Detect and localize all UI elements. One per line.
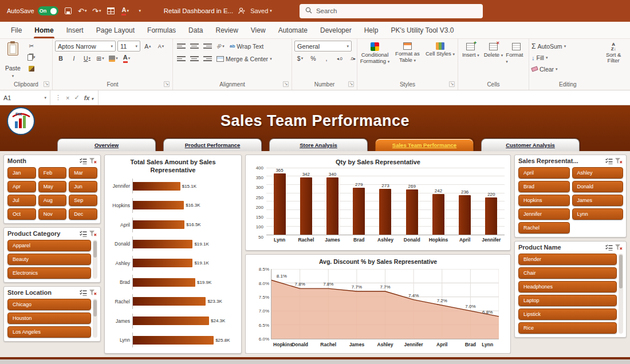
underline-button[interactable]: U▾: [81, 53, 93, 64]
increase-decimal-button[interactable]: ◂.0: [334, 53, 345, 64]
slicer-item-rice[interactable]: Rice: [518, 322, 617, 334]
align-left-button[interactable]: [175, 54, 187, 64]
cancel-icon[interactable]: ×: [66, 94, 69, 101]
share-person-icon[interactable]: [237, 5, 246, 17]
orientation-button[interactable]: ab▾: [215, 41, 226, 52]
multiselect-icon[interactable]: [80, 158, 87, 164]
multiselect-icon[interactable]: [80, 290, 87, 296]
align-bottom-button[interactable]: [202, 41, 213, 52]
copy-button[interactable]: ▾: [26, 52, 37, 62]
slicer-item-sep[interactable]: Sep: [69, 195, 97, 206]
slicer-item-laptop[interactable]: Laptop: [518, 295, 617, 306]
slicer-item-rachel[interactable]: Rachel: [518, 222, 570, 234]
slicer-scrollbar[interactable]: [619, 254, 623, 334]
insert-cells-button[interactable]: + Insert ▾: [460, 41, 481, 80]
saved-status[interactable]: Saved▾: [250, 7, 272, 14]
paste-button[interactable]: Paste▾: [2, 41, 23, 80]
dashboard-tab-store-analysis[interactable]: Store Analysis: [269, 139, 368, 151]
font-name-select[interactable]: Aptos Narrow▾: [55, 41, 116, 52]
slicer-item-jul[interactable]: Jul: [7, 195, 36, 206]
customize-toolbar-icon[interactable]: ▾: [135, 5, 144, 17]
align-center-button[interactable]: [188, 54, 200, 64]
styles-dialog-launcher[interactable]: ↘: [449, 81, 455, 87]
decrease-font-button[interactable]: A▾: [155, 41, 167, 52]
number-dialog-launcher[interactable]: ↘: [348, 81, 354, 87]
menu-item-review[interactable]: Review: [209, 22, 244, 38]
comma-style-button[interactable]: ,: [321, 53, 332, 64]
dashboard-tab-product-performance[interactable]: Product Performance: [163, 139, 262, 151]
slicer-item-beauty[interactable]: Beauty: [7, 254, 91, 265]
slicer-item-ashley[interactable]: Ashley: [572, 167, 624, 179]
clear-filter-icon[interactable]: [89, 290, 97, 296]
cell-styles-button[interactable]: Cell Styles ▾: [425, 41, 455, 80]
clear-filter-icon[interactable]: [89, 158, 97, 164]
undo-icon[interactable]: ↶▾: [78, 5, 87, 17]
clear-button[interactable]: Clear▾: [531, 64, 566, 74]
conditional-formatting-button[interactable]: Conditional Formatting ▾: [360, 41, 390, 80]
bold-button[interactable]: B: [55, 53, 66, 64]
table-quick-icon[interactable]: [107, 5, 116, 17]
menu-item-automate[interactable]: Automate: [272, 22, 314, 38]
cut-button[interactable]: ✂: [26, 41, 37, 51]
insert-function-icon[interactable]: fx ▾: [84, 94, 93, 101]
wrap-text-button[interactable]: abWrap Text: [228, 41, 265, 52]
format-as-table-button[interactable]: Format as Table ▾: [392, 41, 423, 80]
autosum-button[interactable]: ΣAutoSum▾: [531, 41, 566, 52]
clipboard-dialog-launcher[interactable]: ↘: [44, 81, 49, 87]
borders-button[interactable]: ⊞▾: [94, 53, 106, 64]
slicer-item-mar[interactable]: Mar: [69, 167, 97, 179]
slicer-item-may[interactable]: May: [38, 181, 67, 192]
font-color-quick-icon[interactable]: A▾: [121, 5, 130, 17]
slicer-item-headphones[interactable]: Headphones: [518, 281, 617, 292]
enter-icon[interactable]: ✓: [74, 94, 79, 101]
slicer-item-lynn[interactable]: Lynn: [572, 208, 624, 220]
name-box[interactable]: A1▾: [0, 90, 50, 105]
slicer-scrollbar[interactable]: [93, 240, 97, 279]
percent-style-button[interactable]: %: [308, 53, 319, 64]
slicer-item-oct[interactable]: Oct: [7, 208, 36, 220]
slicer-item-nov[interactable]: Nov: [38, 208, 67, 220]
slicer-item-james[interactable]: James: [572, 195, 624, 206]
menu-item-insert[interactable]: Insert: [60, 22, 90, 38]
multiselect-icon[interactable]: [605, 158, 613, 164]
merge-center-button[interactable]: Merge & Center▾: [215, 53, 274, 64]
autosave-pill[interactable]: On: [38, 6, 58, 15]
align-top-button[interactable]: [175, 41, 187, 52]
menu-item-help[interactable]: Help: [358, 22, 385, 38]
font-dialog-launcher[interactable]: ↘: [164, 81, 170, 87]
italic-button[interactable]: I: [68, 53, 80, 64]
formula-input[interactable]: [99, 90, 630, 105]
menu-item-pk-s-utility-tool-v3-0[interactable]: PK's Utility Tool V3.0: [384, 22, 460, 38]
slicer-item-aug[interactable]: Aug: [38, 195, 67, 206]
search-box[interactable]: Search: [300, 4, 483, 18]
align-middle-button[interactable]: [188, 41, 200, 52]
number-format-select[interactable]: General▾: [294, 41, 352, 52]
dashboard-tab-customer-analysis[interactable]: Customer Analysis: [481, 139, 580, 151]
alignment-dialog-launcher[interactable]: ↘: [283, 81, 289, 87]
menu-item-developer[interactable]: Developer: [314, 22, 358, 38]
decrease-decimal-button[interactable]: .0▸: [347, 53, 359, 64]
redo-icon[interactable]: ↷▾: [92, 5, 101, 17]
slicer-item-electronics[interactable]: Electronics: [7, 267, 91, 279]
slicer-item-houston[interactable]: Houston: [7, 312, 91, 324]
slicer-item-blender[interactable]: Blender: [518, 254, 617, 265]
clear-filter-icon[interactable]: [89, 231, 97, 237]
slicer-item-jan[interactable]: Jan: [7, 167, 36, 179]
slicer-item-chair[interactable]: Chair: [518, 267, 617, 279]
slicer-item-lipstick[interactable]: Lipstick: [518, 308, 617, 320]
menu-item-page-layout[interactable]: Page Layout: [90, 22, 141, 38]
slicer-scrollbar[interactable]: [93, 299, 97, 338]
fill-color-button[interactable]: ▾: [108, 53, 119, 64]
align-right-button[interactable]: [202, 54, 213, 64]
increase-font-button[interactable]: A▾: [142, 41, 153, 52]
slicer-item-jennifer[interactable]: Jennifer: [518, 208, 570, 220]
menu-item-home[interactable]: Home: [28, 22, 60, 38]
slicer-item-donald[interactable]: Donald: [572, 181, 624, 192]
slicer-item-jun[interactable]: Jun: [69, 181, 97, 192]
slicer-item-hopkins[interactable]: Hopkins: [518, 195, 570, 206]
slicer-item-april[interactable]: April: [518, 167, 570, 179]
dashboard-tab-overview[interactable]: Overview: [57, 139, 156, 151]
dashboard-tab-sales-team-performance[interactable]: Sales Team Performance: [375, 139, 474, 151]
slicer-item-los-angeles[interactable]: Los Angeles: [7, 326, 91, 338]
document-title[interactable]: Retail Dashboard in E...: [164, 7, 233, 14]
